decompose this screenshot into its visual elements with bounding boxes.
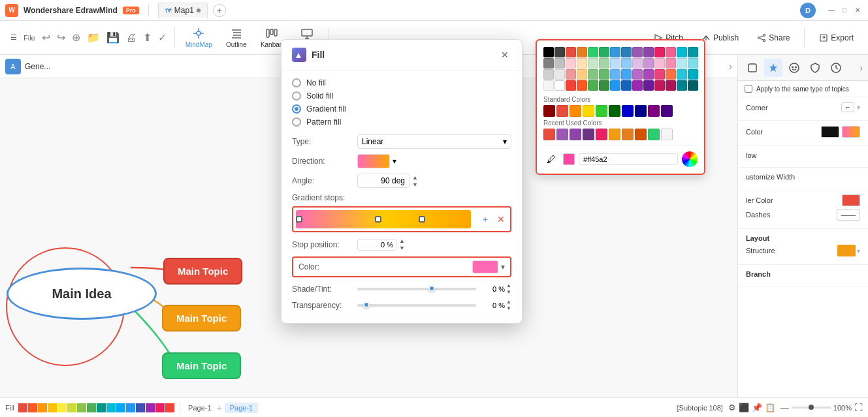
color-cell[interactable]	[566, 80, 576, 91]
fill-gradient-swatch[interactable]	[842, 126, 860, 138]
color-cell[interactable]	[666, 80, 676, 91]
save-button[interactable]: 💾	[104, 30, 122, 45]
corner-type-select[interactable]: ⌐	[841, 102, 854, 112]
structure-dropdown[interactable]: ▾	[857, 247, 860, 255]
shade-up[interactable]: ▲	[506, 283, 511, 288]
panel-icon-emoji[interactable]	[785, 59, 803, 77]
color-cell[interactable]	[543, 47, 554, 57]
color-cell[interactable]	[677, 80, 687, 91]
type-select[interactable]: Linear ▾	[357, 134, 511, 149]
color-cell[interactable]	[555, 47, 565, 57]
palette-swatch[interactable]	[146, 403, 155, 412]
page-indicator[interactable]: Page-1	[185, 403, 214, 412]
add-page-button[interactable]: +	[217, 403, 222, 413]
direction-preview[interactable]	[357, 154, 390, 168]
check-button[interactable]: ✓	[155, 30, 169, 45]
panel-close-button[interactable]: ›	[860, 63, 863, 73]
maximize-button[interactable]: □	[839, 5, 850, 16]
color-cell[interactable]	[577, 69, 587, 80]
gradient-bar[interactable]	[296, 210, 471, 228]
recent-color-3[interactable]	[570, 129, 581, 140]
std-color-4[interactable]	[583, 105, 594, 117]
topic-node-3[interactable]: Main Topic	[162, 352, 241, 379]
mindmap-tool[interactable]: MindMap	[180, 24, 217, 51]
color-cell[interactable]	[588, 58, 598, 69]
gradient-fill-option[interactable]: Gradient fill	[292, 104, 511, 114]
std-color-10[interactable]	[661, 105, 673, 117]
std-color-6[interactable]	[609, 105, 620, 117]
color-cell[interactable]	[666, 69, 676, 80]
direction-picker[interactable]: ▾	[357, 154, 511, 168]
color-cell[interactable]	[555, 58, 565, 69]
std-color-2[interactable]	[556, 105, 568, 117]
topic-node-1[interactable]: Main Topic	[163, 258, 242, 285]
gradient-delete-stop[interactable]: ✕	[494, 213, 507, 226]
color-cell[interactable]	[654, 69, 665, 80]
direction-dropdown-arrow[interactable]: ▾	[393, 157, 396, 166]
panel-icon-ai[interactable]	[764, 59, 782, 77]
color-cell[interactable]	[643, 80, 654, 91]
color-cell[interactable]	[566, 58, 576, 69]
color-cell[interactable]	[688, 58, 698, 69]
palette-swatch[interactable]	[77, 403, 86, 412]
color-cell[interactable]	[643, 58, 654, 69]
stop-pos-down[interactable]: ▼	[399, 245, 405, 251]
pattern-fill-option[interactable]: Pattern fill	[292, 117, 511, 127]
fill-color-swatch[interactable]	[821, 126, 839, 138]
color-cell[interactable]	[566, 47, 576, 57]
palette-swatch[interactable]	[38, 403, 47, 412]
color-cell[interactable]	[610, 58, 620, 69]
std-color-8[interactable]	[635, 105, 647, 117]
palette-swatch[interactable]	[18, 403, 27, 412]
panel-icon-shield[interactable]	[806, 59, 824, 77]
pattern-fill-radio[interactable]	[292, 117, 301, 127]
panel-icon-1[interactable]	[743, 59, 762, 77]
std-color-9[interactable]	[648, 105, 660, 117]
gradient-stop-1[interactable]	[296, 216, 302, 223]
hex-input[interactable]	[579, 153, 678, 165]
eyedropper-button[interactable]: 🖊	[543, 151, 559, 167]
palette-swatch[interactable]	[57, 403, 67, 412]
color-cell[interactable]	[577, 58, 587, 69]
color-cell[interactable]	[543, 58, 554, 69]
export-small-button[interactable]: ⬆	[140, 30, 154, 45]
palette-swatch[interactable]	[28, 403, 37, 412]
dialog-close-button[interactable]: ✕	[498, 48, 511, 61]
palette-swatch[interactable]	[126, 403, 135, 412]
color-cell[interactable]	[688, 69, 698, 80]
color-cell[interactable]	[654, 80, 665, 91]
transp-up[interactable]: ▲	[506, 299, 511, 305]
bottom-icon-4[interactable]: 📋	[765, 403, 775, 412]
user-avatar[interactable]: D	[800, 3, 816, 18]
color-cell[interactable]	[632, 80, 643, 91]
shade-thumb[interactable]	[428, 285, 435, 292]
outline-tool[interactable]: Outline	[220, 24, 253, 51]
color-cell[interactable]	[621, 80, 632, 91]
zoom-thumb[interactable]	[809, 405, 814, 410]
recent-color-5[interactable]	[596, 129, 607, 140]
color-cell[interactable]	[677, 47, 687, 57]
solid-fill-option[interactable]: Solid fill	[292, 91, 511, 100]
color-cell[interactable]	[654, 47, 665, 57]
gradient-stop-2[interactable]	[375, 216, 381, 223]
solid-fill-radio[interactable]	[292, 91, 301, 100]
panel-icon-clock[interactable]	[827, 59, 845, 77]
color-cell[interactable]	[566, 69, 576, 80]
zoom-out-button[interactable]: —	[780, 403, 789, 412]
file-menu[interactable]: File	[21, 31, 38, 44]
color-cell[interactable]	[599, 69, 609, 80]
color-cell[interactable]	[688, 47, 698, 57]
palette-swatch[interactable]	[48, 403, 57, 412]
recent-color-6[interactable]	[609, 129, 620, 140]
color-cell[interactable]	[588, 80, 598, 91]
palette-swatch[interactable]	[97, 403, 106, 412]
color-cell[interactable]	[599, 80, 609, 91]
color-cell[interactable]	[621, 58, 632, 69]
color-cell[interactable]	[643, 69, 654, 80]
color-cell[interactable]	[588, 47, 598, 57]
folder-button[interactable]: 📁	[84, 30, 103, 45]
gradient-bar-wrapper[interactable]: + ✕	[292, 206, 511, 232]
color-cell[interactable]	[610, 80, 620, 91]
palette-swatch[interactable]	[106, 403, 116, 412]
angle-up[interactable]: ▲	[412, 174, 418, 181]
